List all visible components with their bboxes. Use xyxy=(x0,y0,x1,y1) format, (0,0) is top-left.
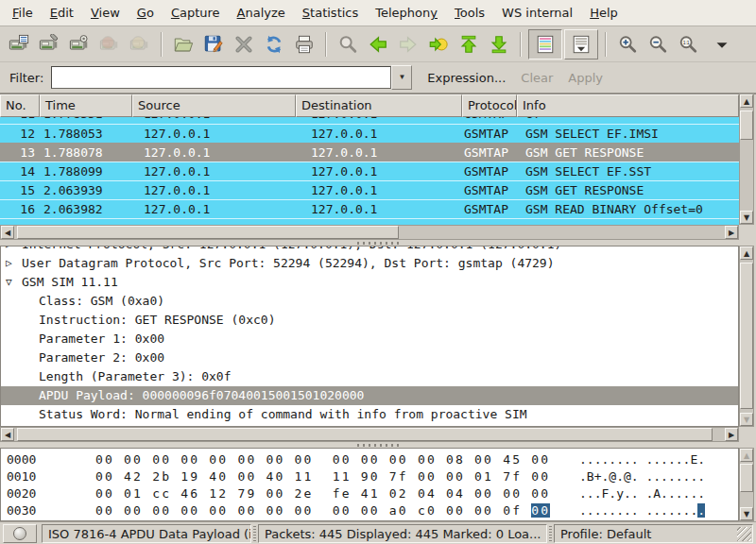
column-header-time[interactable]: Time xyxy=(40,94,132,117)
packet-list-vscrollbar[interactable]: ▲▼ xyxy=(739,94,754,225)
reload-button[interactable] xyxy=(260,29,288,60)
capture-start-button[interactable] xyxy=(65,29,94,60)
open-file-button[interactable] xyxy=(169,29,198,60)
filter-input[interactable] xyxy=(51,66,391,89)
scroll-up-arrow[interactable]: ▲ xyxy=(740,94,753,108)
capture-start-icon xyxy=(69,34,90,55)
packet-row[interactable]: 111.778351127.0.0.1127.0.0.1GSMTAPGT xyxy=(0,117,739,124)
detail-row[interactable]: Instruction: GET RESPONSE (0xc0) xyxy=(1,311,738,330)
scroll-up-arrow[interactable]: ▲ xyxy=(740,246,753,260)
packet-details-hscrollbar[interactable]: ◀▶ xyxy=(0,427,739,442)
overflow-button[interactable] xyxy=(713,29,731,60)
hex-row[interactable]: 000000 00 00 00 00 00 00 00 00 00 00 00 … xyxy=(1,451,738,468)
packet-details-vscrollbar[interactable]: ▲▼ xyxy=(739,246,754,427)
capture-restart-icon xyxy=(129,34,150,55)
list-interfaces-button[interactable] xyxy=(5,29,33,60)
capture-restart-button[interactable] xyxy=(126,29,154,60)
scroll-left-arrow[interactable]: ◀ xyxy=(1,428,14,441)
menu-item-telephony[interactable]: Telephony xyxy=(367,2,446,24)
detail-row[interactable]: Class: GSM (0xa0) xyxy=(1,292,738,311)
expert-info-button[interactable] xyxy=(3,524,37,543)
status-resize-handle[interactable] xyxy=(549,526,552,541)
find-packet-button[interactable] xyxy=(334,29,362,60)
scroll-down-arrow[interactable]: ▼ xyxy=(740,211,753,224)
apply-button[interactable]: Apply xyxy=(568,71,603,85)
menu-item-help[interactable]: Help xyxy=(581,2,627,24)
print-button[interactable] xyxy=(290,29,318,60)
scroll-right-arrow[interactable]: ▶ xyxy=(725,226,738,239)
column-header-info[interactable]: Info xyxy=(517,94,739,117)
capture-stop-button[interactable] xyxy=(95,29,124,60)
menu-item-go[interactable]: Go xyxy=(129,2,163,24)
packet-row[interactable]: 141.788099127.0.0.1127.0.0.1GSMTAPGSM SE… xyxy=(0,162,739,180)
scroll-thumb[interactable] xyxy=(17,226,399,239)
scroll-right-arrow[interactable]: ▶ xyxy=(725,428,738,441)
packet-row[interactable]: 131.788078127.0.0.1127.0.0.1GSMTAPGSM GE… xyxy=(0,143,739,162)
menu-item-view[interactable]: View xyxy=(82,2,129,24)
hex-offset: 0000 xyxy=(7,451,36,468)
column-header-source[interactable]: Source xyxy=(132,94,296,117)
go-top-button[interactable] xyxy=(455,29,483,60)
tree-expander-icon[interactable]: ▷ xyxy=(6,246,12,254)
detail-row[interactable]: Parameter 2: 0x00 xyxy=(1,348,738,367)
scroll-thumb[interactable] xyxy=(740,263,753,409)
menu-item-statistics[interactable]: Statistics xyxy=(294,2,367,24)
close-file-button[interactable] xyxy=(230,29,258,60)
scroll-thumb[interactable] xyxy=(17,428,713,441)
zoom-out-button[interactable] xyxy=(644,29,672,60)
scroll-thumb[interactable] xyxy=(740,464,753,492)
go-forward-button[interactable] xyxy=(394,29,422,60)
menu-item-tools[interactable]: Tools xyxy=(446,2,493,24)
capture-stop-icon xyxy=(99,34,120,55)
goto-packet-button[interactable] xyxy=(424,29,453,60)
filter-dropdown-button[interactable]: ▼ xyxy=(391,65,412,90)
capture-options-button[interactable] xyxy=(35,29,63,60)
detail-row[interactable]: ▷User Datagram Protocol, Src Port: 52294… xyxy=(1,254,738,273)
column-header-protocol[interactable]: Protocol xyxy=(462,94,517,117)
scroll-thumb[interactable] xyxy=(740,110,753,140)
hex-offset: 0010 xyxy=(7,468,36,485)
zoom-100-button[interactable]: 1:1 xyxy=(674,29,702,60)
packet-bytes-vscrollbar[interactable]: ▲▼ xyxy=(739,448,754,521)
scroll-down-arrow[interactable]: ▼ xyxy=(740,507,753,520)
packet-row[interactable]: 121.788053127.0.0.1127.0.0.1GSMTAPGSM SE… xyxy=(0,124,739,143)
packet-row[interactable]: 162.063982127.0.0.1127.0.0.1GSMTAPGSM RE… xyxy=(0,199,739,218)
detail-row[interactable]: Length (Parameter 3): 0x0f xyxy=(1,367,738,386)
menu-item-ws-internal[interactable]: WS internal xyxy=(493,2,581,24)
go-back-button[interactable] xyxy=(364,29,392,60)
detail-row[interactable]: APDU Payload: 000000096f0704001500150102… xyxy=(1,386,738,405)
hex-row[interactable]: 001000 42 2b 19 40 00 40 11 11 90 7f 00 … xyxy=(1,468,738,485)
auto-scroll-button[interactable] xyxy=(564,29,598,60)
filter-label: Filter: xyxy=(9,71,43,85)
status-resize-handle[interactable] xyxy=(253,526,256,541)
detail-row[interactable]: Status Word: Normal ending of command wi… xyxy=(1,405,738,424)
column-header-destination[interactable]: Destination xyxy=(296,94,462,117)
go-bottom-button[interactable] xyxy=(485,29,513,60)
tree-expander-icon[interactable]: ▽ xyxy=(6,273,12,292)
colorize-button[interactable] xyxy=(528,29,562,60)
menu-item-file[interactable]: File xyxy=(4,2,42,24)
detail-row[interactable]: ▽GSM SIM 11.11 xyxy=(1,273,738,292)
hex-row[interactable]: 002000 01 cc 46 12 79 00 2e fe 41 02 04 … xyxy=(1,485,738,502)
menu-item-capture[interactable]: Capture xyxy=(163,2,229,24)
menu-item-analyze[interactable]: Analyze xyxy=(229,2,294,24)
packet-list-hscrollbar[interactable]: ◀▶ xyxy=(0,225,739,240)
packet-row[interactable]: 152.063939127.0.0.1127.0.0.1GSMTAPGSM GE… xyxy=(0,180,739,199)
expression-button[interactable]: Expression... xyxy=(427,71,506,85)
overflow-icon xyxy=(712,34,732,55)
scroll-up-arrow[interactable]: ▲ xyxy=(740,449,753,462)
scroll-left-arrow[interactable]: ◀ xyxy=(1,226,14,239)
save-file-button[interactable] xyxy=(199,29,228,60)
detail-text: User Datagram Protocol, Src Port: 52294 … xyxy=(22,256,555,270)
window-resize-grip[interactable] xyxy=(737,527,751,541)
packet-row-partial[interactable] xyxy=(0,218,739,225)
menu-item-edit[interactable]: Edit xyxy=(42,2,82,24)
detail-row[interactable]: ▷Internet Protocol, Src: 127.0.0.1 (127.… xyxy=(1,246,738,254)
zoom-in-button[interactable] xyxy=(613,29,642,60)
column-header-no[interactable]: No. xyxy=(0,94,40,117)
hex-row[interactable]: 003000 00 00 00 00 00 00 00 00 00 a0 c0 … xyxy=(1,502,738,519)
scroll-down-arrow[interactable]: ▼ xyxy=(740,413,753,426)
tree-expander-icon[interactable]: ▷ xyxy=(6,254,12,273)
detail-row[interactable]: Parameter 1: 0x00 xyxy=(1,330,738,348)
clear-button[interactable]: Clear xyxy=(521,71,553,85)
